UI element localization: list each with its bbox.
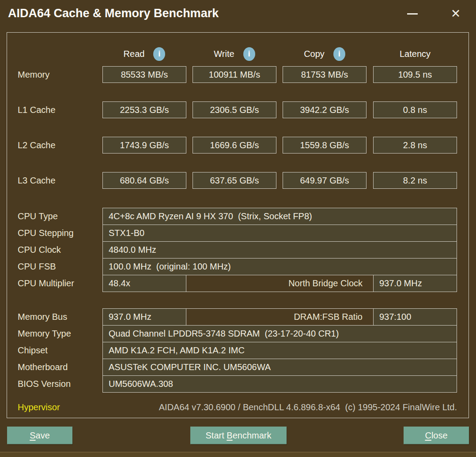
column-header-write: Write i [193,46,276,62]
start-benchmark-label-pre: Start [206,431,227,441]
save-button[interactable]: Save [7,427,72,444]
l1-latency-value: 0.8 ns [373,101,457,118]
cpu-type-row: CPU Type 4C+8c AMD Ryzen AI 9 HX 370 (St… [0,208,476,225]
dram-fsb-ratio-label: DRAM:FSB Ratio [186,308,374,326]
cpu-multiplier-row: CPU Multiplier 48.4x North Bridge Clock … [0,275,476,292]
l1-write-value: 2306.5 GB/s [193,101,276,118]
memory-type-label: Memory Type [18,325,71,342]
read-info-icon[interactable]: i [153,47,165,61]
version-text: AIDA64 v7.30.6900 / BenchDLL 4.6.896.8-x… [159,399,457,415]
cpu-multiplier-label: CPU Multiplier [18,275,74,292]
window-bottom-edge [0,452,476,457]
copy-header-label: Copy [304,49,325,59]
motherboard-label: Motherboard [18,359,68,376]
save-button-accelerator: S [30,431,35,441]
north-bridge-clock-label: North Bridge Clock [186,275,374,292]
motherboard-row: Motherboard ASUSTeK COMPUTER INC. UM5606… [0,359,476,376]
memory-read-value: 85533 MB/s [102,66,186,83]
close-icon: ✕ [451,8,461,20]
cpu-multiplier-value: 48.4x [102,275,186,292]
memory-bus-value: 937.0 MHz [102,308,186,326]
column-header-latency: Latency [373,46,457,62]
close-button-accelerator: C [425,431,431,441]
chipset-label: Chipset [18,342,48,359]
close-button-label-post: lose [431,431,448,441]
memory-bus-label: Memory Bus [18,308,67,326]
l3-read-value: 680.64 GB/s [102,172,186,189]
l1-read-value: 2253.3 GB/s [102,101,186,118]
close-button[interactable]: Close [404,427,469,444]
memory-write-value: 100911 MB/s [193,66,276,83]
start-benchmark-accelerator: B [227,431,232,441]
write-info-icon[interactable]: i [243,47,255,61]
read-header-label: Read [124,49,145,59]
column-header-copy: Copy i [283,46,366,62]
motherboard-value: ASUSTeK COMPUTER INC. UM5606WA [102,359,457,376]
memory-bus-row: Memory Bus 937.0 MHz DRAM:FSB Ratio 937:… [0,308,476,326]
cpu-type-label: CPU Type [18,208,58,225]
l2-copy-value: 1559.8 GB/s [283,137,366,154]
cpu-type-value: 4C+8c AMD Ryzen AI 9 HX 370 (Strix, Sock… [102,208,457,225]
l1-copy-value: 3942.2 GB/s [283,101,366,118]
memory-copy-value: 81753 MB/s [283,66,366,83]
benchmark-row-l2: L2 Cache 1743.9 GB/s 1669.6 GB/s 1559.8 … [0,137,476,154]
latency-header-label: Latency [400,49,431,59]
cpu-clock-value: 4840.0 MHz [102,241,457,258]
l2-read-value: 1743.9 GB/s [102,137,186,154]
close-window-button[interactable]: ✕ [443,3,468,25]
start-benchmark-label-post: enchmark [233,431,272,441]
benchmark-row-l3: L3 Cache 680.64 GB/s 637.65 GB/s 649.97 … [0,172,476,189]
title-bar: AIDA64 Cache & Memory Benchmark ✕ [0,0,476,27]
cpu-stepping-label: CPU Stepping [18,225,74,242]
cpu-fsb-row: CPU FSB 100.0 MHz (original: 100 MHz) [0,258,476,275]
l2-write-value: 1669.6 GB/s [193,137,276,154]
row-label-l1: L1 Cache [18,101,56,118]
window-title: AIDA64 Cache & Memory Benchmark [8,7,219,20]
write-header-label: Write [214,49,234,59]
memory-type-row: Memory Type Quad Channel LPDDR5-3748 SDR… [0,325,476,342]
l2-latency-value: 2.8 ns [373,137,457,154]
row-label-l2: L2 Cache [18,137,56,154]
cpu-clock-label: CPU Clock [18,241,61,258]
benchmark-row-l1: L1 Cache 2253.3 GB/s 2306.5 GB/s 3942.2 … [0,101,476,118]
dram-fsb-ratio-value: 937:100 [373,308,457,326]
benchmark-row-memory: Memory 85533 MB/s 100911 MB/s 81753 MB/s… [0,66,476,83]
hypervisor-label: Hypervisor [18,399,60,415]
cpu-stepping-row: CPU Stepping STX1-B0 [0,225,476,242]
bios-version-value: UM5606WA.308 [102,375,457,393]
minimize-button[interactable] [400,3,425,25]
bios-version-label: BIOS Version [18,375,71,393]
copy-info-icon[interactable]: i [333,47,345,61]
save-button-label-post: ave [36,431,50,441]
cpu-clock-row: CPU Clock 4840.0 MHz [0,241,476,258]
cpu-fsb-label: CPU FSB [18,258,56,275]
l3-write-value: 637.65 GB/s [193,172,276,189]
chipset-row: Chipset AMD K1A.2 FCH, AMD K1A.2 IMC [0,342,476,359]
row-label-memory: Memory [18,66,49,83]
north-bridge-clock-value: 937.0 MHz [373,275,457,292]
minimize-icon [407,13,418,15]
bios-version-row: BIOS Version UM5606WA.308 [0,375,476,393]
cpu-stepping-value: STX1-B0 [102,225,457,242]
column-header-read: Read i [102,46,186,62]
cpu-fsb-value: 100.0 MHz (original: 100 MHz) [102,258,457,275]
l3-latency-value: 8.2 ns [373,172,457,189]
memory-latency-value: 109.5 ns [373,66,457,83]
start-benchmark-button[interactable]: Start Benchmark [190,427,287,444]
memory-type-value: Quad Channel LPDDR5-3748 SDRAM (23-17-20… [102,325,457,342]
l3-copy-value: 649.97 GB/s [283,172,366,189]
chipset-value: AMD K1A.2 FCH, AMD K1A.2 IMC [102,342,457,359]
row-label-l3: L3 Cache [18,172,56,189]
